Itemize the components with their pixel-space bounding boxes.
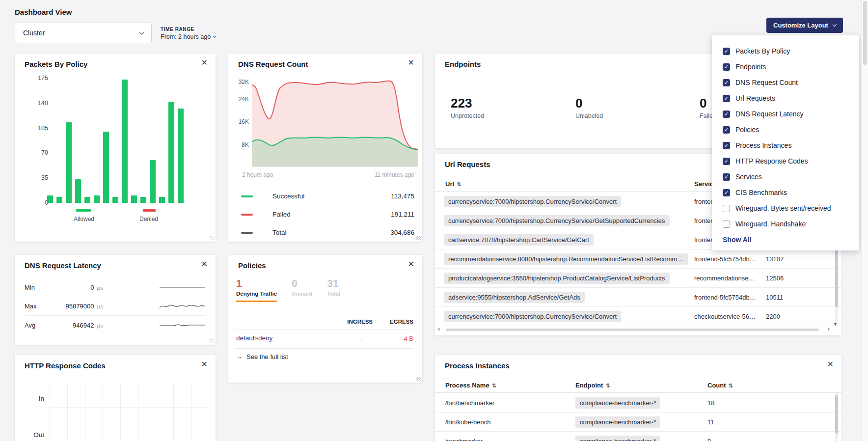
card-title: Packets By Policy — [25, 60, 87, 68]
menu-item[interactable]: ✓Services — [723, 169, 851, 185]
policies-tab-total[interactable]: 31Total — [327, 277, 340, 302]
menu-item[interactable]: ✓Policies — [723, 122, 851, 138]
column-header-endpoint[interactable]: Endpoint⇅ — [575, 382, 610, 389]
count-cell: 9 — [707, 438, 711, 441]
menu-item[interactable]: ✓Packets By Policy — [723, 43, 851, 59]
close-icon[interactable]: ✕ — [201, 360, 208, 368]
menu-item[interactable]: Wireguard. Bytes sent/received — [723, 200, 851, 216]
x-axis-label-start: 2 hours ago — [242, 171, 273, 178]
menu-item[interactable]: Wireguard. Handshake — [723, 216, 851, 232]
view-selector[interactable]: Cluster — [15, 23, 152, 43]
see-full-list-link[interactable]: → See the full list — [236, 353, 288, 360]
checkbox-checked[interactable]: ✓ — [723, 142, 730, 149]
close-icon[interactable]: ✕ — [201, 59, 208, 67]
show-all-link[interactable]: Show All — [723, 236, 851, 244]
scroll-left-arrow-icon[interactable]: ‹ — [438, 326, 440, 332]
latency-label: Avg — [25, 322, 50, 329]
menu-item[interactable]: ✓Endpoints — [723, 59, 851, 75]
scrollbar-thumb[interactable] — [446, 329, 819, 331]
customize-layout-button[interactable]: Customize Layout — [766, 18, 843, 33]
checkbox-checked[interactable]: ✓ — [723, 126, 730, 134]
menu-item[interactable]: ✓Process Instances — [723, 138, 851, 153]
policies-tab-denying-traffic[interactable]: 1Denying Traffic — [236, 277, 277, 302]
checkbox-checked[interactable]: ✓ — [723, 63, 730, 71]
checkbox-checked[interactable]: ✓ — [723, 173, 730, 181]
latency-value: 0 µs — [50, 284, 103, 291]
table-row[interactable]: /bin/benchmarkercompliance-benchmarker-*… — [435, 393, 841, 413]
url-cell: currencyservice:7000/hipstershop.Currenc… — [444, 311, 621, 322]
service-cell: frontend-5fc5754db… — [694, 255, 756, 263]
chevron-down-icon — [139, 29, 144, 34]
checkbox-unchecked[interactable] — [723, 205, 730, 212]
table-row[interactable]: /bin/kube-benchcompliance-benchmarker-*1… — [435, 413, 841, 432]
table-row[interactable]: recommendationservice:8080/hipstershop.R… — [435, 249, 841, 269]
legend-row: Failed191,211 — [241, 205, 414, 223]
y-axis-labels: 17514010570350 — [27, 74, 48, 207]
column-header-count[interactable]: Count⇅ — [707, 382, 733, 389]
checkbox-unchecked[interactable] — [723, 220, 730, 228]
resize-handle[interactable] — [210, 339, 214, 343]
bar-chart — [47, 78, 194, 203]
scrollbar-thumb[interactable] — [863, 1, 867, 65]
vertical-scrollbar[interactable] — [835, 393, 838, 441]
url-cell: currencyservice:7000/hipstershop.Currenc… — [444, 215, 670, 226]
tab-count: 1 — [236, 277, 277, 289]
menu-item-label: CIS Benchmarks — [735, 189, 787, 196]
menu-item[interactable]: ✓HTTP Response Codes — [723, 153, 851, 169]
time-range-from[interactable]: From: 2 hours ago — [161, 33, 216, 40]
close-icon[interactable]: ✕ — [201, 260, 208, 268]
dashboard-page: Dashboard View Cluster TIME RANGE From: … — [0, 0, 868, 441]
time-range: TIME RANGE From: 2 hours ago — [161, 27, 216, 40]
checkbox-checked[interactable]: ✓ — [723, 95, 730, 102]
checkbox-checked[interactable]: ✓ — [723, 189, 730, 196]
y-axis-label: 32K — [232, 79, 249, 85]
service-cell: recommendationse… — [694, 275, 755, 282]
resize-handle[interactable] — [416, 236, 421, 240]
card-title: DNS Request Latency — [25, 261, 101, 270]
menu-item[interactable]: ✓CIS Benchmarks — [723, 185, 851, 200]
card-title: Url Requests — [445, 160, 490, 168]
scrollbar-thumb[interactable] — [835, 395, 838, 434]
horizontal-scrollbar[interactable]: ‹ › — [438, 326, 830, 333]
service-cell: checkoutservice-56… — [694, 313, 756, 320]
resize-handle[interactable] — [416, 377, 421, 381]
menu-item[interactable]: ✓Url Requests — [723, 90, 851, 106]
allowed-axis-marker — [76, 209, 91, 212]
card-process-instances: Process Instances ✕ Process Name⇅ Endpoi… — [435, 355, 841, 441]
policies-tab-unused[interactable]: 0Unused — [292, 277, 312, 302]
column-header-egress: EGRESS — [390, 319, 413, 325]
menu-item[interactable]: ✓DNS Request Latency — [723, 106, 851, 122]
scroll-down-arrow-icon[interactable]: ▼ — [833, 322, 838, 327]
column-header-process-name[interactable]: Process Name⇅ — [445, 382, 496, 389]
column-header-url[interactable]: Url⇅ — [445, 180, 461, 188]
table-row[interactable]: productcatalogservice:3550/hipstershop.P… — [435, 269, 841, 288]
resize-handle[interactable] — [210, 236, 214, 240]
checkbox-checked[interactable]: ✓ — [723, 158, 730, 165]
table-row[interactable]: adservice:9555/hipstershop.AdService/Get… — [435, 288, 841, 307]
y-axis-label: 16K — [232, 118, 249, 125]
legend-label: Successful — [272, 193, 304, 200]
page-scrollbar[interactable] — [861, 0, 868, 441]
checkbox-checked[interactable]: ✓ — [723, 48, 730, 55]
url-cell: currencyservice:7000/hipstershop.Currenc… — [444, 196, 621, 207]
checkbox-checked[interactable]: ✓ — [723, 110, 730, 118]
close-icon[interactable]: ✕ — [408, 59, 414, 67]
table-row[interactable]: benchmarkercompliance-benchmarker-*9 — [435, 432, 841, 441]
checkbox-checked[interactable]: ✓ — [723, 79, 730, 86]
y-axis-label: 8K — [232, 141, 249, 148]
menu-item-label: Process Instances — [735, 141, 791, 149]
count-cell: 12506 — [766, 275, 784, 282]
scroll-right-arrow-icon[interactable]: › — [828, 326, 830, 332]
policy-link[interactable]: default-deny — [236, 334, 272, 342]
table-row[interactable]: currencyservice:7000/hipstershop.Currenc… — [435, 307, 841, 326]
sparkline — [159, 283, 206, 292]
menu-item[interactable]: ✓DNS Request Count — [723, 75, 851, 90]
close-icon[interactable]: ✕ — [408, 260, 414, 268]
close-icon[interactable]: ✕ — [827, 360, 834, 368]
sort-icon: ⇅ — [492, 383, 496, 388]
stat-value: 223 — [451, 96, 484, 111]
menu-item-label: Url Requests — [735, 94, 775, 102]
legend-label: Total — [272, 229, 287, 236]
policies-tabs: 1Denying Traffic0Unused31Total — [236, 277, 340, 302]
bar — [47, 195, 53, 203]
